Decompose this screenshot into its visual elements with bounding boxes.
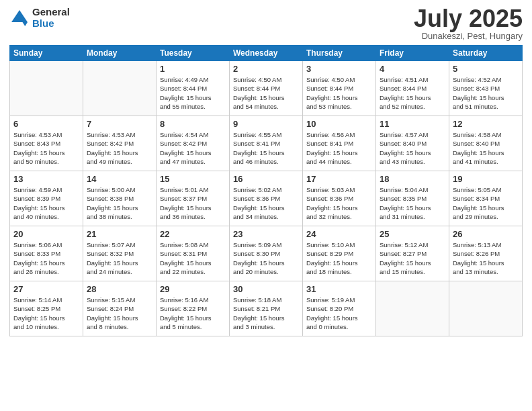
day-number: 25 xyxy=(380,229,445,239)
day-info: Sunrise: 4:57 AM Sunset: 8:40 PM Dayligh… xyxy=(380,130,445,166)
day-info: Sunrise: 4:54 AM Sunset: 8:42 PM Dayligh… xyxy=(160,130,226,166)
logo-icon xyxy=(9,8,30,28)
day-number: 24 xyxy=(306,229,372,239)
calendar-header-tuesday: Tuesday xyxy=(157,46,230,61)
day-info: Sunrise: 4:50 AM Sunset: 8:44 PM Dayligh… xyxy=(306,75,372,111)
logo-general: General xyxy=(32,7,70,18)
day-info: Sunrise: 4:52 AM Sunset: 8:43 PM Dayligh… xyxy=(453,75,519,111)
day-info: Sunrise: 5:19 AM Sunset: 8:20 PM Dayligh… xyxy=(306,295,372,331)
logo-text: General Blue xyxy=(32,7,70,29)
day-info: Sunrise: 4:59 AM Sunset: 8:39 PM Dayligh… xyxy=(13,185,79,221)
calendar-week-1: 1Sunrise: 4:49 AM Sunset: 8:44 PM Daylig… xyxy=(10,61,523,116)
calendar-header-wednesday: Wednesday xyxy=(230,46,303,61)
day-info: Sunrise: 4:53 AM Sunset: 8:42 PM Dayligh… xyxy=(87,130,152,166)
calendar-cell: 7Sunrise: 4:53 AM Sunset: 8:42 PM Daylig… xyxy=(83,116,157,171)
day-info: Sunrise: 5:07 AM Sunset: 8:32 PM Dayligh… xyxy=(87,240,152,276)
day-info: Sunrise: 5:04 AM Sunset: 8:35 PM Dayligh… xyxy=(380,185,445,221)
header: General Blue July 2025 Dunakeszi, Pest, … xyxy=(9,7,523,41)
svg-marker-1 xyxy=(23,22,28,26)
calendar-cell xyxy=(83,61,157,116)
day-number: 1 xyxy=(160,64,226,74)
day-number: 2 xyxy=(233,64,299,74)
logo: General Blue xyxy=(9,7,70,29)
calendar-cell: 10Sunrise: 4:56 AM Sunset: 8:41 PM Dayli… xyxy=(303,116,376,171)
calendar-cell: 15Sunrise: 5:01 AM Sunset: 8:37 PM Dayli… xyxy=(157,171,230,226)
day-info: Sunrise: 5:01 AM Sunset: 8:37 PM Dayligh… xyxy=(160,185,226,221)
day-info: Sunrise: 4:56 AM Sunset: 8:41 PM Dayligh… xyxy=(306,130,372,166)
calendar-cell: 5Sunrise: 4:52 AM Sunset: 8:43 PM Daylig… xyxy=(449,61,523,116)
calendar-cell: 9Sunrise: 4:55 AM Sunset: 8:41 PM Daylig… xyxy=(230,116,303,171)
calendar-header-friday: Friday xyxy=(376,46,449,61)
calendar-cell: 22Sunrise: 5:08 AM Sunset: 8:31 PM Dayli… xyxy=(157,226,230,281)
title-block: July 2025 Dunakeszi, Pest, Hungary xyxy=(414,7,523,41)
calendar-cell: 20Sunrise: 5:06 AM Sunset: 8:33 PM Dayli… xyxy=(10,226,83,281)
calendar: SundayMondayTuesdayWednesdayThursdayFrid… xyxy=(9,45,523,336)
day-info: Sunrise: 5:06 AM Sunset: 8:33 PM Dayligh… xyxy=(13,240,79,276)
calendar-cell xyxy=(376,281,449,336)
day-number: 5 xyxy=(453,64,519,74)
day-number: 31 xyxy=(306,284,372,294)
calendar-cell: 17Sunrise: 5:03 AM Sunset: 8:36 PM Dayli… xyxy=(303,171,376,226)
calendar-cell: 18Sunrise: 5:04 AM Sunset: 8:35 PM Dayli… xyxy=(376,171,449,226)
calendar-cell: 26Sunrise: 5:13 AM Sunset: 8:26 PM Dayli… xyxy=(449,226,523,281)
day-info: Sunrise: 5:14 AM Sunset: 8:25 PM Dayligh… xyxy=(13,295,79,331)
day-number: 28 xyxy=(87,284,152,294)
calendar-week-4: 20Sunrise: 5:06 AM Sunset: 8:33 PM Dayli… xyxy=(10,226,523,281)
day-number: 13 xyxy=(13,174,79,184)
day-info: Sunrise: 5:02 AM Sunset: 8:36 PM Dayligh… xyxy=(233,185,299,221)
svg-marker-0 xyxy=(11,10,28,22)
day-number: 8 xyxy=(160,119,226,129)
day-info: Sunrise: 5:09 AM Sunset: 8:30 PM Dayligh… xyxy=(233,240,299,276)
day-number: 22 xyxy=(160,229,226,239)
day-info: Sunrise: 5:15 AM Sunset: 8:24 PM Dayligh… xyxy=(87,295,152,331)
calendar-cell: 27Sunrise: 5:14 AM Sunset: 8:25 PM Dayli… xyxy=(10,281,83,336)
calendar-cell: 25Sunrise: 5:12 AM Sunset: 8:27 PM Dayli… xyxy=(376,226,449,281)
day-info: Sunrise: 4:58 AM Sunset: 8:40 PM Dayligh… xyxy=(453,130,519,166)
day-number: 4 xyxy=(380,64,445,74)
calendar-cell: 21Sunrise: 5:07 AM Sunset: 8:32 PM Dayli… xyxy=(83,226,157,281)
calendar-week-5: 27Sunrise: 5:14 AM Sunset: 8:25 PM Dayli… xyxy=(10,281,523,336)
month-title: July 2025 xyxy=(414,7,523,31)
calendar-cell: 23Sunrise: 5:09 AM Sunset: 8:30 PM Dayli… xyxy=(230,226,303,281)
calendar-week-2: 6Sunrise: 4:53 AM Sunset: 8:43 PM Daylig… xyxy=(10,116,523,171)
day-info: Sunrise: 5:00 AM Sunset: 8:38 PM Dayligh… xyxy=(87,185,152,221)
day-number: 12 xyxy=(453,119,519,129)
day-number: 11 xyxy=(380,119,445,129)
day-number: 19 xyxy=(453,174,519,184)
calendar-cell: 1Sunrise: 4:49 AM Sunset: 8:44 PM Daylig… xyxy=(157,61,230,116)
calendar-cell: 2Sunrise: 4:50 AM Sunset: 8:44 PM Daylig… xyxy=(230,61,303,116)
calendar-cell xyxy=(449,281,523,336)
day-info: Sunrise: 4:55 AM Sunset: 8:41 PM Dayligh… xyxy=(233,130,299,166)
day-number: 21 xyxy=(87,229,152,239)
day-info: Sunrise: 4:51 AM Sunset: 8:44 PM Dayligh… xyxy=(380,75,445,111)
day-number: 17 xyxy=(306,174,372,184)
calendar-cell: 12Sunrise: 4:58 AM Sunset: 8:40 PM Dayli… xyxy=(449,116,523,171)
calendar-cell: 6Sunrise: 4:53 AM Sunset: 8:43 PM Daylig… xyxy=(10,116,83,171)
day-number: 9 xyxy=(233,119,299,129)
calendar-cell: 14Sunrise: 5:00 AM Sunset: 8:38 PM Dayli… xyxy=(83,171,157,226)
day-info: Sunrise: 4:49 AM Sunset: 8:44 PM Dayligh… xyxy=(160,75,226,111)
day-number: 10 xyxy=(306,119,372,129)
calendar-cell: 11Sunrise: 4:57 AM Sunset: 8:40 PM Dayli… xyxy=(376,116,449,171)
day-info: Sunrise: 5:03 AM Sunset: 8:36 PM Dayligh… xyxy=(306,185,372,221)
day-number: 20 xyxy=(13,229,79,239)
day-number: 30 xyxy=(233,284,299,294)
calendar-cell: 13Sunrise: 4:59 AM Sunset: 8:39 PM Dayli… xyxy=(10,171,83,226)
day-info: Sunrise: 4:53 AM Sunset: 8:43 PM Dayligh… xyxy=(13,130,79,166)
day-info: Sunrise: 5:16 AM Sunset: 8:22 PM Dayligh… xyxy=(160,295,226,331)
day-number: 15 xyxy=(160,174,226,184)
calendar-header-saturday: Saturday xyxy=(449,46,523,61)
calendar-cell: 30Sunrise: 5:18 AM Sunset: 8:21 PM Dayli… xyxy=(230,281,303,336)
calendar-cell: 4Sunrise: 4:51 AM Sunset: 8:44 PM Daylig… xyxy=(376,61,449,116)
day-number: 23 xyxy=(233,229,299,239)
calendar-cell xyxy=(10,61,83,116)
day-number: 14 xyxy=(87,174,152,184)
calendar-cell: 24Sunrise: 5:10 AM Sunset: 8:29 PM Dayli… xyxy=(303,226,376,281)
day-number: 18 xyxy=(380,174,445,184)
day-info: Sunrise: 5:10 AM Sunset: 8:29 PM Dayligh… xyxy=(306,240,372,276)
day-info: Sunrise: 4:50 AM Sunset: 8:44 PM Dayligh… xyxy=(233,75,299,111)
page: General Blue July 2025 Dunakeszi, Pest, … xyxy=(0,0,532,411)
calendar-week-3: 13Sunrise: 4:59 AM Sunset: 8:39 PM Dayli… xyxy=(10,171,523,226)
calendar-cell: 28Sunrise: 5:15 AM Sunset: 8:24 PM Dayli… xyxy=(83,281,157,336)
day-info: Sunrise: 5:13 AM Sunset: 8:26 PM Dayligh… xyxy=(453,240,519,276)
